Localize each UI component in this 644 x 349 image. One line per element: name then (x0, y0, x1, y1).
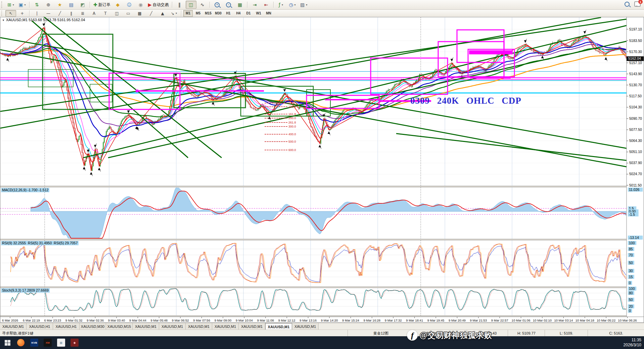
chart-shift-button[interactable]: ⇤ (261, 1, 272, 9)
autotrading-button[interactable]: ▶自动交易 (147, 1, 170, 9)
timeframe-M1[interactable]: M1 (183, 10, 193, 17)
data-window-button[interactable]: ⊕ (43, 1, 54, 9)
kvb-app[interactable]: KVB (30, 338, 39, 347)
chart-tab-3[interactable]: XAUUSD,M30 (80, 323, 106, 330)
vertical-line-tool-button[interactable]: | (32, 10, 42, 17)
auto-scroll-button[interactable]: ⇥ (249, 1, 260, 9)
splitter-3[interactable] (0, 287, 644, 288)
crosshair-tool-button[interactable]: + (17, 10, 28, 17)
cursor-button[interactable]: ↖ (5, 10, 16, 17)
chart-tab-1[interactable]: XAUUSD,H1 (27, 323, 53, 330)
svg-text:9 Mar 02:36: 9 Mar 02:36 (87, 318, 104, 322)
community-button[interactable]: ☺ (124, 1, 135, 9)
market-watch-button[interactable]: ⇅ (32, 1, 42, 9)
candle-chart-type-button[interactable]: ◫ (186, 1, 196, 9)
profiles-button[interactable]: ▣▾ (17, 1, 28, 9)
chart-tab-0[interactable]: XAUUSD,M1 (0, 323, 27, 330)
svg-text:5162.04: 5162.04 (628, 56, 641, 60)
navigator-button[interactable]: ★ (54, 1, 65, 9)
timeframe-H4[interactable]: H4 (234, 10, 243, 17)
browser-app[interactable] (16, 338, 26, 347)
chart-tab-8[interactable]: XAUUSD,M1 (212, 323, 239, 330)
text-tool-button[interactable]: A (89, 10, 99, 17)
chart-tab-9[interactable]: XAUUSD,M1 (239, 323, 265, 330)
cycle-lines-tool-icon: ◫ (115, 11, 119, 15)
triangle-tool-icon: ▲ (161, 11, 164, 15)
arrows-tool-icon: ↘ (171, 11, 174, 15)
chart-tab-4[interactable]: XAUUSD,M15 (106, 323, 133, 330)
search-icon[interactable] (625, 2, 630, 7)
zoom-out-button[interactable]: − (223, 1, 234, 9)
timeframe-D1[interactable]: D1 (244, 10, 253, 17)
chart-tab-6[interactable]: XAUUSD,M1 (159, 323, 186, 330)
chart-tab-7[interactable]: XAUUSD,M1 (186, 323, 212, 330)
start-button[interactable] (3, 338, 12, 347)
svg-text:9 Mar 19:45: 9 Mar 19:45 (427, 318, 445, 322)
svg-text:70: 70 (629, 253, 633, 257)
timeframe-MN[interactable]: MN (264, 10, 273, 17)
status-bar: 寻求帮助,请按F1键 黄金12图2026.03.09 11:05O: 5109.… (0, 330, 644, 337)
timeframe-W1[interactable]: W1 (254, 10, 263, 17)
navigator-icon: ★ (58, 2, 62, 7)
timeframe-M15[interactable]: M15 (203, 10, 213, 17)
taskbar-clock[interactable]: 11:35 2026/3/10 (624, 338, 641, 348)
terminal-button[interactable]: ▤ (66, 1, 77, 9)
svg-text:9 Mar 14:20: 9 Mar 14:20 (321, 318, 338, 322)
svg-text:6 Mar 22:19: 6 Mar 22:19 (23, 318, 40, 322)
toolbar-grip[interactable] (1, 1, 4, 8)
splitter-1[interactable] (0, 186, 644, 187)
splitter-2[interactable] (0, 239, 644, 240)
trade-app[interactable]: ◆ (70, 338, 79, 347)
chart-tab-2[interactable]: XAUUSD,H1 (53, 323, 80, 330)
timeframe-M5[interactable]: M5 (193, 10, 203, 17)
tile-windows-button[interactable]: ▦ (235, 1, 245, 9)
arrows-tool-button[interactable]: ↘▾ (169, 10, 179, 17)
zoom-in-button[interactable]: + (212, 1, 223, 9)
files-app[interactable]: ▤ (56, 338, 66, 347)
line-chart-type-button[interactable]: ∿ (197, 1, 208, 9)
svg-text:5143.90: 5143.90 (629, 72, 642, 76)
svg-text:400.0: 400.0 (288, 133, 296, 136)
svg-text:9 Mar 12:12: 9 Mar 12:12 (278, 318, 295, 322)
terminal-icon: ▤ (69, 2, 73, 7)
rectangle-tool-button[interactable]: ▭ (123, 10, 134, 17)
signals-button[interactable]: ◉ (135, 1, 146, 9)
svg-text:500.0: 500.0 (288, 140, 296, 143)
new-chart-button[interactable]: ⊞▾ (5, 1, 16, 9)
metaeditor-button[interactable]: ◆ (112, 1, 123, 9)
notifications-icon[interactable]: 1 (634, 1, 641, 7)
toolbar-grip-2[interactable] (1, 11, 4, 16)
triangle-tool-button[interactable]: ▲ (157, 10, 168, 17)
chart-tab-10[interactable]: XAUUSD,M1 (265, 323, 292, 330)
pattern-tool-button[interactable]: ▩ (134, 10, 145, 17)
strategy-tester-button[interactable]: ◩ (77, 1, 88, 9)
trendline-tool-button[interactable]: ╱ (54, 10, 65, 17)
svg-text:9 Mar 18:41: 9 Mar 18:41 (406, 318, 423, 322)
cycle-lines-tool-button[interactable]: ◫ (111, 10, 122, 17)
horizontal-line-tool-button[interactable]: — (43, 10, 54, 17)
chart-tab-5[interactable]: XAUUSD,M1 (133, 323, 159, 330)
timeframe-M30[interactable]: M30 (214, 10, 223, 17)
chart-annotation[interactable]: 0309 240K OHLC CDP (410, 96, 521, 106)
new-order-button[interactable]: ✚新订单 (92, 1, 112, 9)
indicators-button[interactable]: ƒ▾ (276, 1, 286, 9)
svg-text:9 Mar 15:24: 9 Mar 15:24 (342, 318, 359, 322)
svg-text:9 Mar 22:57: 9 Mar 22:57 (491, 318, 508, 322)
timeframe-H1[interactable]: H1 (224, 10, 233, 17)
splitter-4[interactable] (0, 315, 644, 317)
channel-tool-button[interactable]: ∥ (66, 10, 77, 17)
new-chart-icon: ⊞ (7, 2, 11, 7)
fibonacci-tool-button[interactable]: ≣ (77, 10, 88, 17)
svg-text:30: 30 (629, 269, 633, 273)
chart-tab-11[interactable]: XAUUSD,M1 (292, 323, 319, 330)
bar-chart-type-button[interactable]: ‖ (174, 1, 185, 9)
periods-button[interactable]: ◷▾ (287, 1, 298, 9)
short-line-tool-button[interactable]: ╱ (146, 10, 156, 17)
dropdown-arrow-icon: ▾ (282, 3, 283, 6)
chart-collapse-icon[interactable]: ▼ (2, 19, 5, 22)
chart-canvas[interactable]: 0.0100.0161.8200.0261.8300.0400.0500.060… (0, 17, 644, 323)
label-tool-button[interactable]: T (100, 10, 111, 17)
templates-button[interactable]: ▨▾ (298, 1, 309, 9)
xm-app[interactable]: XM (43, 338, 52, 347)
crosshair-tool-icon: + (20, 11, 24, 15)
